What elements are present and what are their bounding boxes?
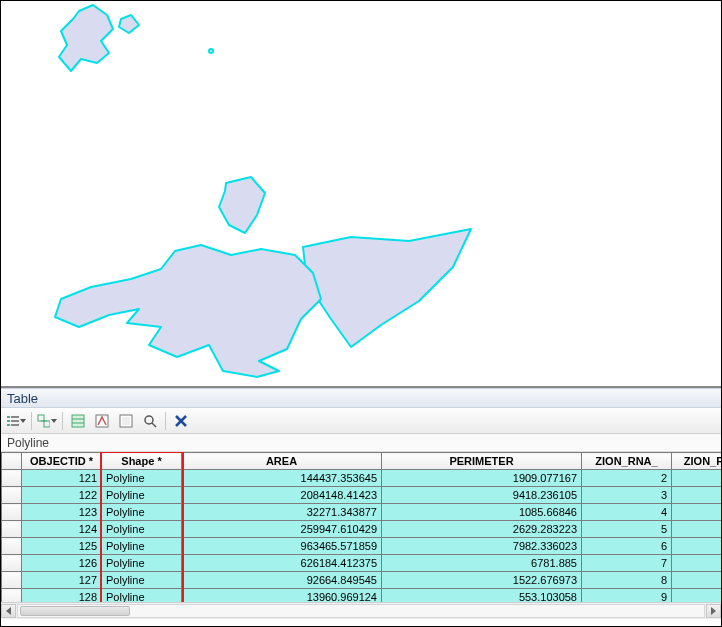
- cell-area[interactable]: 259947.610429: [182, 521, 382, 538]
- polygon-feature: [219, 177, 265, 233]
- cell-zion-rna[interactable]: 9: [582, 589, 672, 603]
- svg-point-15: [145, 416, 153, 424]
- cell-area[interactable]: 144437.353645: [182, 470, 382, 487]
- polygon-feature: [303, 229, 471, 347]
- cell-zion-rna[interactable]: 8: [582, 572, 672, 589]
- svg-rect-0: [7, 416, 10, 418]
- cell-perimeter[interactable]: 1909.077167: [382, 470, 582, 487]
- row-selector[interactable]: [2, 470, 22, 487]
- related-tables-button[interactable]: [36, 411, 58, 431]
- row-selector[interactable]: [2, 572, 22, 589]
- cell-objectid[interactable]: 126: [22, 555, 102, 572]
- map-viewport[interactable]: [1, 1, 721, 386]
- cell-area[interactable]: 92664.849545: [182, 572, 382, 589]
- column-header-area[interactable]: AREA: [182, 453, 382, 470]
- cell-zion-rna[interactable]: 2: [582, 470, 672, 487]
- list-by-source-button[interactable]: [5, 411, 27, 431]
- cell-objectid[interactable]: 125: [22, 538, 102, 555]
- cell-area[interactable]: 963465.571859: [182, 538, 382, 555]
- cell-zion-rna-i[interactable]: 10: [672, 521, 722, 538]
- cell-zion-rna-i[interactable]: 12: [672, 555, 722, 572]
- table-row[interactable]: 123Polyline32271.3438771085.6684643: [2, 504, 722, 521]
- column-header-shape[interactable]: Shape *: [102, 453, 182, 470]
- cell-zion-rna[interactable]: 7: [582, 555, 672, 572]
- scroll-right-button[interactable]: [706, 604, 721, 618]
- cell-area[interactable]: 32271.343877: [182, 504, 382, 521]
- cell-objectid[interactable]: 127: [22, 572, 102, 589]
- cell-zion-rna-i[interactable]: 14: [672, 589, 722, 603]
- cell-zion-rna-i[interactable]: 69: [672, 538, 722, 555]
- svg-rect-9: [72, 415, 84, 427]
- switch-selection-button[interactable]: [91, 411, 113, 431]
- row-selector-header[interactable]: [2, 453, 22, 470]
- cell-perimeter[interactable]: 2629.283223: [382, 521, 582, 538]
- table-row[interactable]: 128Polyline13960.969124553.103058914: [2, 589, 722, 603]
- svg-rect-6: [38, 415, 44, 421]
- cell-shape[interactable]: Polyline: [102, 589, 182, 603]
- cell-area[interactable]: 626184.412375: [182, 555, 382, 572]
- scroll-thumb[interactable]: [20, 606, 130, 616]
- row-selector[interactable]: [2, 521, 22, 538]
- svg-rect-1: [11, 416, 19, 418]
- zoom-to-selected-button[interactable]: [139, 411, 161, 431]
- column-header-perimeter[interactable]: PERIMETER: [382, 453, 582, 470]
- column-header-zion-rna[interactable]: ZION_RNA_: [582, 453, 672, 470]
- cell-shape[interactable]: Polyline: [102, 504, 182, 521]
- table-header-row: OBJECTID * Shape * AREA PERIMETER ZION_R…: [2, 453, 722, 470]
- cell-shape[interactable]: Polyline: [102, 470, 182, 487]
- attribute-table[interactable]: OBJECTID * Shape * AREA PERIMETER ZION_R…: [1, 452, 721, 602]
- cell-shape[interactable]: Polyline: [102, 487, 182, 504]
- cell-zion-rna[interactable]: 6: [582, 538, 672, 555]
- table-row[interactable]: 126Polyline626184.4123756781.885712: [2, 555, 722, 572]
- column-header-zion-rna-i[interactable]: ZION_RNA_I: [672, 453, 722, 470]
- cell-area[interactable]: 13960.969124: [182, 589, 382, 603]
- row-selector[interactable]: [2, 555, 22, 572]
- horizontal-scrollbar[interactable]: [1, 602, 721, 619]
- cell-zion-rna-i[interactable]: 13: [672, 572, 722, 589]
- row-selector[interactable]: [2, 589, 22, 603]
- cell-zion-rna-i[interactable]: 2: [672, 487, 722, 504]
- cell-area[interactable]: 2084148.41423: [182, 487, 382, 504]
- cell-shape[interactable]: Polyline: [102, 538, 182, 555]
- cell-shape[interactable]: Polyline: [102, 521, 182, 538]
- cell-zion-rna[interactable]: 4: [582, 504, 672, 521]
- cell-perimeter[interactable]: 6781.885: [382, 555, 582, 572]
- cell-zion-rna-i[interactable]: 3: [672, 504, 722, 521]
- table-row[interactable]: 125Polyline963465.5718597982.336023669: [2, 538, 722, 555]
- row-selector[interactable]: [2, 538, 22, 555]
- cell-objectid[interactable]: 121: [22, 470, 102, 487]
- polygon-feature: [55, 245, 321, 377]
- cell-perimeter[interactable]: 1085.66846: [382, 504, 582, 521]
- scroll-track[interactable]: [17, 604, 705, 618]
- cell-objectid[interactable]: 123: [22, 504, 102, 521]
- cell-perimeter[interactable]: 1522.676973: [382, 572, 582, 589]
- select-by-attributes-button[interactable]: [67, 411, 89, 431]
- delete-selected-button[interactable]: [170, 411, 192, 431]
- cell-objectid[interactable]: 124: [22, 521, 102, 538]
- table-row[interactable]: 127Polyline92664.8495451522.676973813: [2, 572, 722, 589]
- cell-zion-rna[interactable]: 5: [582, 521, 672, 538]
- row-selector[interactable]: [2, 504, 22, 521]
- svg-rect-7: [44, 421, 50, 427]
- svg-rect-2: [7, 420, 10, 422]
- chevron-down-icon: [20, 419, 26, 423]
- column-header-objectid[interactable]: OBJECTID *: [22, 453, 102, 470]
- cell-zion-rna[interactable]: 3: [582, 487, 672, 504]
- cell-shape[interactable]: Polyline: [102, 555, 182, 572]
- cell-zion-rna-i[interactable]: 1: [672, 470, 722, 487]
- cell-perimeter[interactable]: 7982.336023: [382, 538, 582, 555]
- cell-perimeter[interactable]: 9418.236105: [382, 487, 582, 504]
- scroll-left-button[interactable]: [1, 604, 16, 618]
- table-row[interactable]: 124Polyline259947.6104292629.283223510: [2, 521, 722, 538]
- cell-shape[interactable]: Polyline: [102, 572, 182, 589]
- cell-objectid[interactable]: 122: [22, 487, 102, 504]
- clear-selection-button[interactable]: [115, 411, 137, 431]
- table-layer-name: Polyline: [1, 434, 721, 452]
- cell-perimeter[interactable]: 553.103058: [382, 589, 582, 603]
- row-selector[interactable]: [2, 487, 22, 504]
- cell-objectid[interactable]: 128: [22, 589, 102, 603]
- svg-rect-5: [11, 424, 19, 426]
- polygon-feature: [119, 15, 139, 33]
- table-row[interactable]: 121Polyline144437.3536451909.07716721: [2, 470, 722, 487]
- table-row[interactable]: 122Polyline2084148.414239418.23610532: [2, 487, 722, 504]
